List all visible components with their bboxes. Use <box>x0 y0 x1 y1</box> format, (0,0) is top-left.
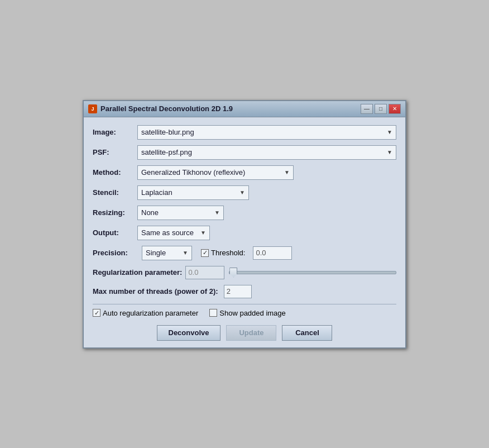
stencil-label: Stencil: <box>93 188 137 197</box>
max-threads-input[interactable] <box>224 285 252 298</box>
threshold-checkbox-wrapper[interactable]: Threshold: <box>201 249 245 257</box>
resizing-value: None <box>141 208 159 217</box>
precision-label: Precision: <box>93 249 137 257</box>
image-value: satellite-blur.png <box>141 128 194 136</box>
psf-dropdown-arrow: ▼ <box>387 149 392 155</box>
auto-reg-label: Auto regularization parameter <box>103 309 198 317</box>
auto-reg-checkbox[interactable] <box>93 309 100 317</box>
threshold-label: Threshold: <box>211 249 245 257</box>
cancel-button[interactable]: Cancel <box>282 325 332 341</box>
reg-slider-thumb[interactable] <box>229 268 237 278</box>
reg-slider-container <box>229 266 396 279</box>
reg-param-label: Regularization parameter: <box>93 268 182 277</box>
resizing-dropdown[interactable]: None ▼ <box>137 206 224 220</box>
image-label: Image: <box>93 128 137 136</box>
form-content: Image: satellite-blur.png ▼ PSF: satelli… <box>84 117 405 347</box>
precision-dropdown[interactable]: Single ▼ <box>142 246 192 260</box>
threshold-input[interactable] <box>253 246 292 260</box>
resizing-row: Resizing: None ▼ <box>93 206 396 220</box>
image-row: Image: satellite-blur.png ▼ <box>93 125 396 140</box>
image-dropdown-arrow: ▼ <box>387 129 392 135</box>
output-value: Same as source <box>141 228 194 237</box>
close-button[interactable]: ✕ <box>389 104 401 114</box>
java-icon: J <box>88 104 97 113</box>
divider <box>93 304 396 304</box>
method-dropdown[interactable]: Generalized Tikhonov (reflexive) ▼ <box>137 165 294 180</box>
image-dropdown[interactable]: satellite-blur.png ▼ <box>137 125 396 140</box>
precision-value: Single <box>146 249 166 257</box>
title-bar-left: J Parallel Spectral Deconvolution 2D 1.9 <box>88 104 233 113</box>
show-padded-wrapper[interactable]: Show padded image <box>209 309 286 317</box>
psf-label: PSF: <box>93 148 137 156</box>
psf-value: satellite-psf.png <box>141 148 192 156</box>
stencil-row: Stencil: Laplacian ▼ <box>93 185 396 200</box>
output-dropdown[interactable]: Same as source ▼ <box>137 226 210 240</box>
method-label: Method: <box>93 168 137 177</box>
method-dropdown-arrow: ▼ <box>284 169 290 175</box>
threshold-checkbox[interactable] <box>201 249 209 257</box>
stencil-value: Laplacian <box>141 188 172 197</box>
stencil-dropdown[interactable]: Laplacian ▼ <box>137 185 249 200</box>
output-dropdown-arrow: ▼ <box>200 230 206 236</box>
button-row: Deconvolve Update Cancel <box>93 325 396 341</box>
method-row: Method: Generalized Tikhonov (reflexive)… <box>93 165 396 180</box>
method-value: Generalized Tikhonov (reflexive) <box>141 168 245 177</box>
resizing-dropdown-arrow: ▼ <box>214 209 220 216</box>
stencil-dropdown-arrow: ▼ <box>239 189 245 196</box>
show-padded-checkbox[interactable] <box>209 309 217 317</box>
title-bar: J Parallel Spectral Deconvolution 2D 1.9… <box>84 101 405 117</box>
bottom-checkboxes: Auto regularization parameter Show padde… <box>93 309 396 317</box>
max-threads-row: Max number of threads (power of 2): <box>93 285 396 298</box>
deconvolve-button[interactable]: Deconvolve <box>157 325 221 341</box>
update-button: Update <box>226 325 276 341</box>
precision-row: Precision: Single ▼ Threshold: <box>93 246 396 260</box>
output-row: Output: Same as source ▼ <box>93 226 396 240</box>
resizing-label: Resizing: <box>93 208 137 217</box>
precision-dropdown-arrow: ▼ <box>183 250 188 256</box>
psf-row: PSF: satellite-psf.png ▼ <box>93 145 396 160</box>
output-label: Output: <box>93 228 137 237</box>
main-window: J Parallel Spectral Deconvolution 2D 1.9… <box>83 100 406 349</box>
restore-button[interactable]: □ <box>375 104 387 114</box>
window-title: Parallel Spectral Deconvolution 2D 1.9 <box>100 104 233 113</box>
psf-dropdown[interactable]: satellite-psf.png ▼ <box>137 145 396 160</box>
regularization-row: Regularization parameter: <box>93 266 396 279</box>
max-threads-label: Max number of threads (power of 2): <box>93 287 218 296</box>
auto-reg-wrapper[interactable]: Auto regularization parameter <box>93 309 198 317</box>
minimize-button[interactable]: — <box>361 104 373 114</box>
show-padded-label: Show padded image <box>219 309 286 317</box>
reg-param-input[interactable] <box>185 266 224 279</box>
title-bar-buttons: — □ ✕ <box>361 104 401 114</box>
reg-slider-track <box>229 271 396 274</box>
